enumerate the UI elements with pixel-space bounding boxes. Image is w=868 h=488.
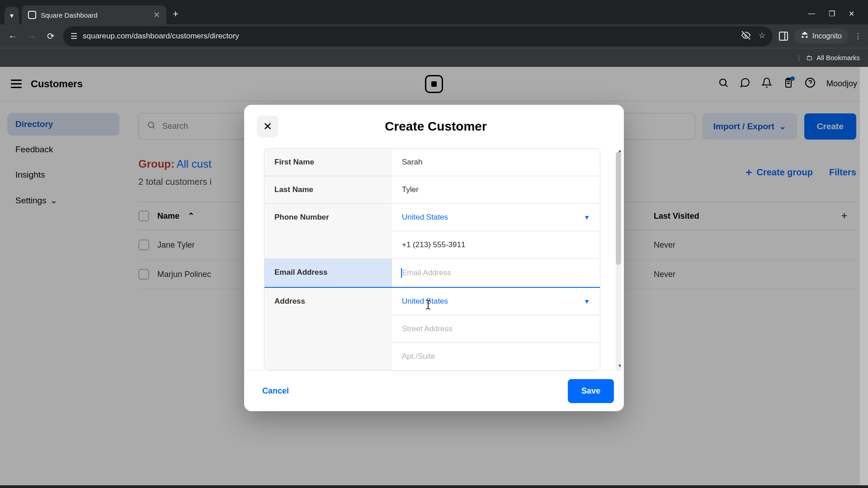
tab-favicon bbox=[28, 11, 36, 19]
tab-title: Square Dashboard bbox=[41, 11, 98, 19]
street-address-input[interactable]: Street Address bbox=[392, 315, 600, 343]
phone-country-select[interactable]: United States▼ bbox=[392, 204, 600, 231]
save-button[interactable]: Save bbox=[568, 379, 614, 403]
incognito-badge[interactable]: Incognito bbox=[794, 28, 848, 44]
new-tab-button[interactable]: + bbox=[166, 4, 185, 24]
browser-titlebar: ▾ Square Dashboard ✕ + — ❐ ✕ bbox=[0, 0, 868, 24]
modal-title: Create Customer bbox=[260, 119, 611, 134]
apt-suite-input[interactable]: Apt./Suite bbox=[392, 343, 600, 370]
browser-tab[interactable]: Square Dashboard ✕ bbox=[22, 5, 166, 24]
phone-label: Phone Number bbox=[264, 204, 392, 258]
phone-country-value: United States bbox=[402, 213, 448, 222]
folder-icon: 🗀 bbox=[806, 54, 813, 61]
menu-icon[interactable]: ⋮ bbox=[854, 32, 862, 41]
chevron-down-icon: ▼ bbox=[584, 214, 590, 221]
first-name-input[interactable]: Sarah bbox=[392, 149, 600, 176]
reload-button[interactable]: ⟳ bbox=[44, 31, 57, 42]
last-name-label: Last Name bbox=[264, 176, 392, 203]
phone-number-input[interactable]: +1 (213) 555-3911 bbox=[392, 231, 600, 258]
email-placeholder: Email Address bbox=[402, 268, 451, 277]
modal-scrollbar[interactable] bbox=[616, 152, 621, 371]
side-panel-icon[interactable] bbox=[779, 32, 788, 41]
close-window-icon[interactable]: ✕ bbox=[849, 9, 854, 18]
maximize-icon[interactable]: ❐ bbox=[829, 9, 835, 18]
last-name-input[interactable]: Tyler bbox=[392, 176, 600, 203]
address-country-select[interactable]: United States▼ bbox=[392, 288, 600, 315]
tab-search-dropdown[interactable]: ▾ bbox=[5, 7, 19, 24]
back-button[interactable]: ← bbox=[6, 31, 19, 42]
page-scrollbar[interactable] bbox=[860, 67, 868, 488]
bookmarks-bar: | 🗀 All Bookmarks bbox=[0, 48, 868, 67]
taskbar bbox=[0, 485, 868, 488]
text-cursor-icon bbox=[424, 299, 433, 312]
scroll-up-icon[interactable]: ▴ bbox=[618, 148, 621, 154]
window-controls: — ❐ ✕ bbox=[808, 9, 863, 24]
incognito-icon bbox=[801, 31, 809, 41]
close-icon[interactable]: ✕ bbox=[153, 10, 160, 20]
email-label: Email Address bbox=[264, 259, 392, 287]
all-bookmarks-link[interactable]: All Bookmarks bbox=[816, 54, 860, 61]
bookmark-star-icon[interactable]: ☆ bbox=[759, 31, 765, 42]
url-text: squareup.com/dashboard/customers/directo… bbox=[83, 32, 239, 41]
forward-button: → bbox=[25, 31, 38, 42]
visibility-off-icon[interactable] bbox=[741, 31, 750, 42]
scroll-down-icon[interactable]: ▾ bbox=[618, 362, 621, 369]
address-bar[interactable]: ☰ squareup.com/dashboard/customers/direc… bbox=[63, 26, 773, 47]
minimize-icon[interactable]: — bbox=[808, 9, 815, 18]
address-label: Address bbox=[264, 288, 392, 370]
first-name-label: First Name bbox=[264, 149, 392, 176]
site-settings-icon[interactable]: ☰ bbox=[71, 32, 77, 41]
cancel-button[interactable]: Cancel bbox=[254, 379, 297, 403]
chevron-down-icon: ▼ bbox=[584, 298, 590, 305]
create-customer-modal: ✕ Create Customer ▴ ▾ First Name Sarah L… bbox=[244, 105, 624, 411]
incognito-label: Incognito bbox=[812, 32, 842, 40]
email-input[interactable]: Email Address bbox=[392, 259, 600, 287]
browser-toolbar: ← → ⟳ ☰ squareup.com/dashboard/customers… bbox=[0, 24, 868, 48]
